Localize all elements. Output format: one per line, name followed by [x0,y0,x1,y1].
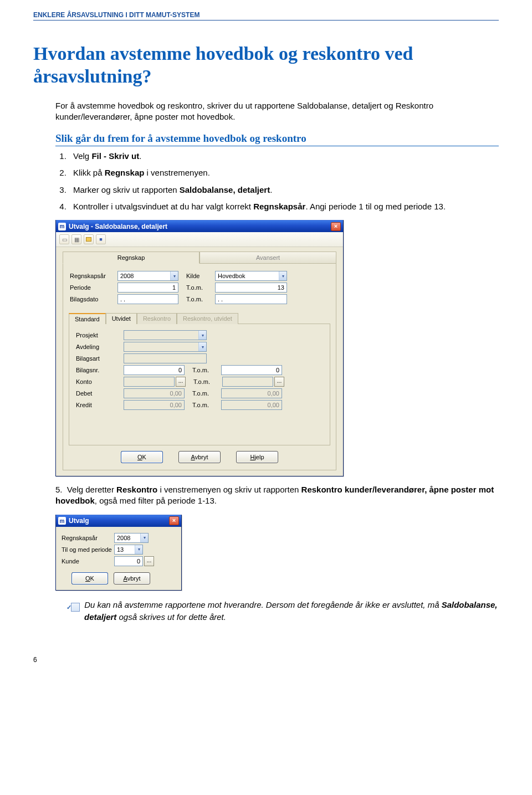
label-regnskapsar: Regnskapsår [62,535,114,541]
combo-regnskapsar[interactable]: 2008▾ [114,533,149,543]
help-button[interactable]: Hjelp [236,451,278,463]
app-icon: m [58,517,66,525]
toolbar [56,232,343,247]
kunde-browse-button[interactable]: ... [144,556,154,566]
label-prosjekt: Prosjekt [76,332,124,338]
chevron-down-icon: ▾ [198,342,206,351]
cancel-button[interactable]: Avbryt [178,451,221,463]
chevron-down-icon: ▾ [198,331,206,340]
ok-button[interactable]: OK [121,451,163,463]
subtab-utvidet[interactable]: Utvidet [106,313,137,324]
label-tom-periode: Til og med periode [62,546,114,553]
label-kredit-tom: T.o.m. [192,402,221,408]
tab-regnskap[interactable]: Regnskap [63,252,200,264]
page-number: 6 [33,656,499,664]
label-debet-tom: T.o.m. [192,390,221,397]
label-bilagsdato: Bilagsdato [70,296,117,302]
chevron-down-icon: ▾ [170,271,178,280]
input-debet-tom[interactable]: 0,00 [221,388,282,398]
label-konto-tom: T.o.m. [193,378,222,385]
toolbar-open-icon[interactable] [84,234,94,244]
combo-avdeling[interactable]: ▾ [124,342,207,352]
label-kilde: Kilde [186,273,215,279]
step-1: Velg Fil - Skriv ut. [69,151,499,162]
input-tom-dato[interactable]: . . [215,294,287,304]
label-regnskapsar: Regnskapsår [70,273,117,279]
combo-kilde[interactable]: Hovedbok▾ [215,271,287,281]
app-icon: m [58,223,66,230]
input-periode[interactable]: 1 [117,283,178,293]
input-kredit[interactable]: 0,00 [124,400,185,410]
window-title: Utvalg - Saldobalanse, detaljert [69,223,331,230]
toolbar-list-icon[interactable] [71,234,81,244]
main-tabs: Regnskap Avansert [63,252,336,264]
input-debet[interactable]: 0,00 [124,388,185,398]
intro-paragraph: For å avstemme hovedbok og reskontro, sk… [55,100,499,123]
label-debet: Debet [76,390,124,397]
label-konto: Konto [76,378,124,385]
label-bilagsnr: Bilagsnr. [76,367,124,373]
close-icon[interactable]: × [169,516,179,525]
step-3: Marker og skriv ut rapporten Saldobalans… [69,184,499,196]
subtab-reskontro: Reskontro [137,313,177,324]
dialog-utvalg-saldobalanse: m Utvalg - Saldobalanse, detaljert × Reg… [55,220,344,476]
label-bilagsnr-tom: T.o.m. [192,367,221,373]
toolbar-save-icon[interactable] [96,234,106,244]
input-kunde[interactable]: 0 [114,556,143,566]
label-tom-periode: T.o.m. [186,284,215,291]
input-bilagsnr[interactable]: 0 [124,365,185,375]
input-bilagsdato[interactable]: . . [117,294,178,304]
dialog-utvalg: m Utvalg × Regnskapsår 2008▾ Til og med … [55,515,182,591]
konto-browse-button[interactable]: ... [176,377,186,387]
combo-prosjekt[interactable]: ▾ [124,330,207,340]
note-paragraph: ✓ Du kan nå avstemme rapportene mot hver… [71,599,499,623]
label-tom-dato: T.o.m. [186,296,215,302]
check-icon: ✓ [71,603,80,612]
step-2: Klikk på Regnskap i venstremenyen. [69,167,499,178]
label-avdeling: Avdeling [76,343,124,350]
input-konto[interactable] [124,377,175,387]
label-bilagsart: Bilagsart [76,355,124,362]
page-title: Hvordan avstemme hovedbok og reskontro v… [33,43,499,88]
chevron-down-icon: ▾ [140,534,148,542]
doc-header: ENKLERE ÅRSAVSLUTNING I DITT MAMUT-SYSTE… [33,11,499,20]
step-5: 5. Velg deretter Reskontro i venstremeny… [55,484,499,507]
chevron-down-icon: ▾ [135,545,142,554]
window-title: Utvalg [69,517,169,525]
konto-tom-browse-button[interactable]: ... [274,377,284,387]
close-icon[interactable]: × [331,222,341,231]
toolbar-new-icon[interactable] [59,234,69,244]
tab-avansert[interactable]: Avansert [200,252,336,264]
sub-tabs: Standard Utvidet Reskontro Reskontro, ut… [63,312,336,324]
label-kredit: Kredit [76,402,124,408]
input-kredit-tom[interactable]: 0,00 [221,400,282,410]
combo-tom-periode[interactable]: 13▾ [114,545,143,555]
subtab-reskontro-utvidet: Reskontro, utvidet [177,313,238,324]
steps-list: Velg Fil - Skriv ut. Klikk på Regnskap i… [55,151,499,212]
cancel-button[interactable]: Avbryt [114,572,150,584]
ok-button[interactable]: OK [71,572,108,584]
chevron-down-icon: ▾ [279,271,287,280]
label-periode: Periode [70,284,117,291]
input-konto-tom[interactable] [222,377,273,387]
input-bilagsnr-tom[interactable]: 0 [221,365,282,375]
section-heading: Slik går du frem for å avstemme hovedbok… [55,132,499,146]
input-tom-periode[interactable]: 13 [215,283,287,293]
input-bilagsart[interactable] [124,353,207,363]
step-4: Kontroller i utvalgsvinduet at du har va… [69,201,499,212]
combo-regnskapsar[interactable]: 2008▾ [117,271,178,281]
titlebar: m Utvalg × [56,515,181,527]
label-kunde: Kunde [62,558,114,565]
titlebar: m Utvalg - Saldobalanse, detaljert × [56,220,343,232]
subtab-standard[interactable]: Standard [69,313,106,324]
